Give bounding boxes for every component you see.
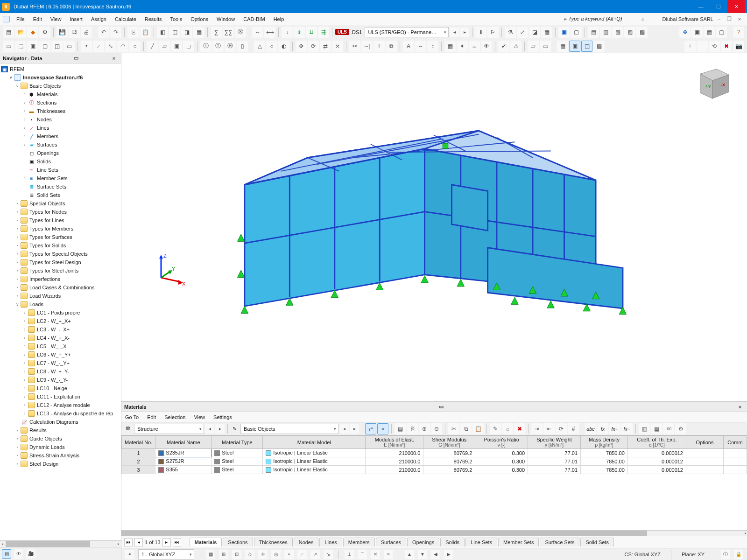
snap-ortho-icon[interactable]: ⊞ [219,550,228,559]
box-view-icon[interactable]: ▣ [691,27,703,38]
rotate-icon[interactable]: ⟳ [308,41,319,52]
tb-deleteX-icon[interactable]: ✖ [514,423,525,434]
menu-file[interactable]: File [13,14,28,24]
line-icon[interactable]: ⟋ [93,41,104,52]
search-icon[interactable]: ⌕ [638,14,648,24]
tb-units-icon[interactable]: .00 [663,423,674,434]
shaded-mode-icon[interactable]: ▣ [569,41,580,52]
mirror-icon[interactable]: ⇄ [320,41,331,52]
box-alt-icon[interactable]: ▦ [704,27,715,38]
snap-near-icon[interactable]: ≈ [384,550,393,559]
tb-insert-row-icon[interactable]: ⊕ [419,423,430,434]
navigator-tree[interactable]: ▣RFEM ∨Innovespace Sautron.rf6 ∨Basic Ob… [0,63,121,540]
panel-table-icon[interactable]: ▦ [193,27,204,38]
load-dist-icon[interactable]: ↡ [294,27,305,38]
materials-float-icon[interactable]: ▭ [437,404,445,410]
trim-icon[interactable]: ✂ [349,41,360,52]
status-lock-icon[interactable]: 🔒 [734,550,743,559]
menu-view[interactable]: View [47,14,65,24]
box-clear-icon[interactable]: ▢ [716,27,727,38]
tb-copy-row-icon[interactable]: ⎘ [407,423,418,434]
snap-int-icon[interactable]: ✕ [371,550,380,559]
new-file-icon[interactable]: ▤ [3,27,14,38]
addon-d-icon[interactable]: ▨ [624,27,635,38]
tab-member-sets[interactable]: Member Sets [498,538,539,546]
select-window-icon[interactable]: ▣ [27,41,38,52]
show-3d-icon[interactable]: ❖ [679,27,691,38]
render-wire-icon[interactable]: ▢ [571,27,582,38]
snap-center-icon[interactable]: ◎ [271,550,281,559]
menu-tools[interactable]: Tools [166,14,186,24]
loadcase-combo[interactable]: ULS (STR/GEO) - Permane… [365,27,449,37]
tb-delete-row-icon[interactable]: ⊖ [431,423,442,434]
settings-icon[interactable]: ⚙ [39,27,50,38]
delete-view-icon[interactable]: ✖ [721,41,732,52]
visibility-icon[interactable]: 👁 [481,41,492,52]
select-rect-icon[interactable]: ⬚ [15,41,26,52]
status-cs-combo[interactable]: 1 - Global XYZ [138,549,194,560]
tab-solid-sets[interactable]: Solid Sets [580,538,614,546]
mdi-minimize-button[interactable]: – [714,14,724,24]
tb-paste-icon[interactable]: 📋 [472,423,484,434]
save-icon[interactable]: 💾 [56,27,68,38]
join-icon[interactable]: ⧉ [386,41,397,52]
view-bottom-icon[interactable]: ▼ [418,550,427,559]
render-solid-icon[interactable]: ▣ [558,27,570,38]
status-info-icon[interactable]: ⓘ [721,550,730,559]
window-close-button[interactable]: ✕ [727,0,745,13]
texture-mode-icon[interactable]: ▩ [593,41,605,52]
select-box-icon[interactable]: ▢ [39,41,50,52]
snap-perp-icon[interactable]: ⊥ [345,550,354,559]
dimension-icon[interactable]: ⟷ [264,27,275,38]
tab-materials[interactable]: Materials [190,538,222,546]
hinge-icon[interactable]: ○ [266,41,277,52]
solid-icon[interactable]: ▣ [171,41,182,52]
dim-h-icon[interactable]: ↔ [415,41,426,52]
menu-results[interactable]: Results [141,14,166,24]
navigation-cube[interactable]: +Y -X [692,62,733,103]
menu-assign[interactable]: Assign [87,14,110,24]
panel-left-icon[interactable]: ◧ [157,27,168,38]
navigator-close-icon[interactable]: × [110,56,118,61]
panel-split-icon[interactable]: ◫ [169,27,180,38]
perspective-icon[interactable]: ▱ [528,41,539,52]
mat-menu-settings[interactable]: Settings [213,414,232,420]
mdi-restore-button[interactable]: ❐ [725,14,734,24]
tb-refresh-icon[interactable]: ⟳ [556,423,567,434]
tb-find-icon[interactable]: ⌕ [502,423,513,434]
tab-sections[interactable]: Sections [223,538,253,546]
snap-grid-icon[interactable]: ▦ [206,550,215,559]
loadcase-prev-icon[interactable]: ◂ [450,28,459,37]
group-combo[interactable]: Basic Objects [240,424,338,434]
structure-prev-icon[interactable]: ◂ [205,424,214,434]
tab-surfaces[interactable]: Surfaces [376,538,406,546]
tb-fx-icon[interactable]: fx [597,423,608,434]
measure-icon[interactable]: ↔ [252,27,263,38]
redo-icon[interactable]: ↷ [110,27,121,38]
paste-icon[interactable]: 📋 [140,27,151,38]
addon-b-icon[interactable]: ▥ [600,27,611,38]
tb-import-icon[interactable]: ⇥ [531,423,543,434]
mat-menu-goto[interactable]: Go To [125,414,139,420]
nav-eye-tab-icon[interactable]: 👁 [14,549,23,559]
tb-copy-icon[interactable]: ⧉ [460,423,472,434]
tb-filter-icon[interactable]: ▦ [651,423,662,434]
menu-help[interactable]: Help [270,14,288,24]
view-grid-icon[interactable]: ▦ [541,27,552,38]
group-prev-icon[interactable]: ◂ [339,424,349,434]
snap-line-icon[interactable]: ⟋ [297,550,307,559]
show-results-icon[interactable]: 🏳 [487,27,499,38]
snap-node-icon[interactable]: • [284,550,294,559]
menu-calculate[interactable]: Calculate [111,14,140,24]
show-loads-icon[interactable]: ⬇ [475,27,486,38]
table-row[interactable]: 3S355SteelIsotropic | Linear Elastic2100… [122,466,747,474]
extend-icon[interactable]: →| [361,41,373,52]
zoom-out-icon[interactable]: － [697,41,708,52]
structure-combo[interactable]: Structure [134,424,204,434]
copy-icon[interactable]: ⎘ [127,27,139,38]
reset-view-icon[interactable]: ⟲ [709,41,720,52]
grid-icon[interactable]: ▦ [444,41,456,52]
status-cs-icon[interactable]: ✦ [125,550,134,559]
load-wizard-icon[interactable]: ⇶ [318,27,329,38]
tab-solids[interactable]: Solids [440,538,465,546]
